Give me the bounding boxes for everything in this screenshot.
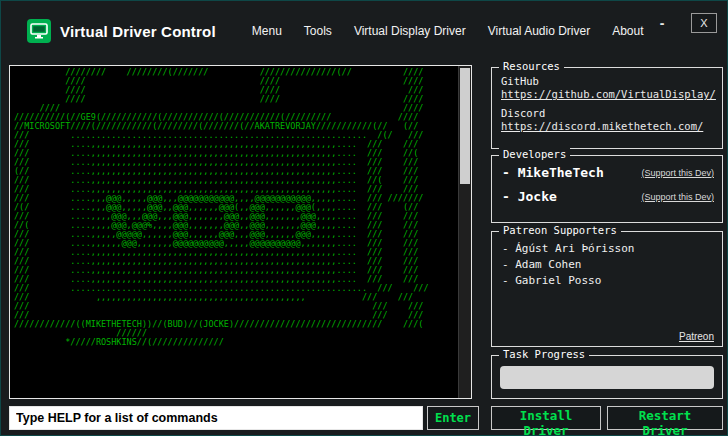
menu-bar: Menu Tools Virtual Display Driver Virtua…	[252, 24, 644, 38]
discord-link[interactable]: https://discord.mikethetech.com/	[501, 120, 722, 132]
enter-button[interactable]: Enter	[427, 406, 479, 430]
console-ascii-art: //////// ////////(/////// //////////////…	[14, 68, 429, 365]
github-label: GitHub	[501, 75, 722, 87]
console-scrollbar[interactable]	[458, 66, 471, 398]
title-bar: Virtual Driver Control Menu Tools Virtua…	[1, 1, 727, 61]
app-window: Virtual Driver Control Menu Tools Virtua…	[0, 0, 728, 436]
restart-driver-button[interactable]: Restart Driver	[607, 406, 723, 430]
window-title: Virtual Driver Control	[60, 23, 216, 40]
support-dev-link-jocke[interactable]: (Support this Dev)	[641, 192, 714, 202]
close-button[interactable]: X	[691, 13, 717, 33]
developers-group-title: Developers	[499, 148, 570, 160]
developer-row: - MikeTheTech (Support this Dev)	[502, 165, 714, 180]
resources-group: Resources GitHub https://github.com/Virt…	[491, 67, 723, 149]
menu-item-tools[interactable]: Tools	[304, 24, 332, 38]
developer-name-mikethetech: - MikeTheTech	[502, 165, 604, 180]
patreon-group: Patreon Supporters - Ágúst Ari Þórisson …	[491, 231, 723, 347]
console-output[interactable]: //////// ////////(/////// //////////////…	[9, 65, 472, 399]
support-dev-link-mikethetech[interactable]: (Support this Dev)	[641, 168, 714, 178]
install-driver-button[interactable]: Install Driver	[491, 406, 601, 430]
patreon-supporter: - Gabriel Posso	[502, 274, 722, 287]
task-progress-group: Task Progress	[491, 355, 723, 399]
minimize-button[interactable]: -	[649, 13, 675, 33]
app-logo-icon	[27, 19, 51, 43]
menu-item-virtual-audio-driver[interactable]: Virtual Audio Driver	[488, 24, 591, 38]
patreon-supporter: - Ágúst Ari Þórisson	[502, 242, 722, 255]
window-controls: - X	[649, 13, 717, 33]
command-input[interactable]	[9, 406, 423, 430]
patreon-supporter: - Adam Cohen	[502, 258, 722, 271]
developers-group: Developers - MikeTheTech (Support this D…	[491, 155, 723, 223]
github-link[interactable]: https://github.com/VirtualDisplay/	[501, 88, 722, 100]
resources-group-title: Resources	[499, 60, 564, 72]
patreon-group-title: Patreon Supporters	[499, 224, 621, 236]
discord-label: Discord	[501, 107, 722, 119]
task-progress-bar	[500, 366, 714, 389]
menu-item-about[interactable]: About	[612, 24, 643, 38]
task-progress-group-title: Task Progress	[499, 348, 589, 360]
menu-item-menu[interactable]: Menu	[252, 24, 282, 38]
developer-row: - Jocke (Support this Dev)	[502, 189, 714, 204]
developer-name-jocke: - Jocke	[502, 189, 557, 204]
menu-item-virtual-display-driver[interactable]: Virtual Display Driver	[354, 24, 466, 38]
console-scrollbar-thumb[interactable]	[460, 68, 470, 184]
patreon-link[interactable]: Patreon	[679, 331, 714, 342]
